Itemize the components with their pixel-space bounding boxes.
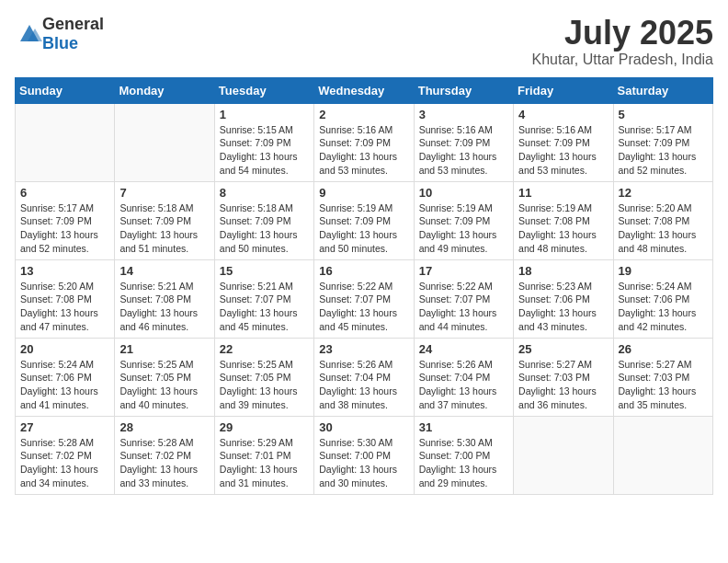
calendar-cell: 24Sunrise: 5:26 AMSunset: 7:04 PMDayligh… bbox=[414, 338, 513, 416]
calendar-cell: 28Sunrise: 5:28 AMSunset: 7:02 PMDayligh… bbox=[115, 416, 214, 494]
day-number: 22 bbox=[220, 342, 309, 356]
calendar-cell: 26Sunrise: 5:27 AMSunset: 7:03 PMDayligh… bbox=[613, 338, 712, 416]
calendar-cell: 22Sunrise: 5:25 AMSunset: 7:05 PMDayligh… bbox=[214, 338, 313, 416]
day-info: Sunrise: 5:26 AMSunset: 7:04 PMDaylight:… bbox=[419, 358, 508, 412]
day-info: Sunrise: 5:19 AMSunset: 7:09 PMDaylight:… bbox=[419, 201, 508, 256]
day-number: 20 bbox=[20, 342, 109, 356]
day-info: Sunrise: 5:27 AMSunset: 7:03 PMDaylight:… bbox=[518, 358, 608, 412]
calendar-cell: 17Sunrise: 5:22 AMSunset: 7:07 PMDayligh… bbox=[414, 259, 513, 338]
calendar-cell: 27Sunrise: 5:28 AMSunset: 7:02 PMDayligh… bbox=[16, 416, 115, 494]
calendar-cell: 21Sunrise: 5:25 AMSunset: 7:05 PMDayligh… bbox=[115, 338, 214, 416]
day-info: Sunrise: 5:22 AMSunset: 7:07 PMDaylight:… bbox=[319, 280, 408, 334]
weekday-header-wednesday: Wednesday bbox=[314, 77, 414, 103]
calendar-cell: 30Sunrise: 5:30 AMSunset: 7:00 PMDayligh… bbox=[314, 416, 414, 494]
day-number: 1 bbox=[220, 108, 309, 121]
day-info: Sunrise: 5:28 AMSunset: 7:02 PMDaylight:… bbox=[119, 436, 209, 490]
location-title: Khutar, Uttar Pradesh, India bbox=[532, 52, 713, 68]
day-number: 17 bbox=[419, 264, 508, 278]
day-number: 25 bbox=[518, 342, 608, 356]
calendar-cell: 2Sunrise: 5:16 AMSunset: 7:09 PMDaylight… bbox=[314, 103, 414, 181]
day-info: Sunrise: 5:23 AMSunset: 7:06 PMDaylight:… bbox=[518, 280, 608, 334]
calendar-cell: 9Sunrise: 5:19 AMSunset: 7:09 PMDaylight… bbox=[314, 181, 414, 259]
day-info: Sunrise: 5:24 AMSunset: 7:06 PMDaylight:… bbox=[619, 280, 708, 334]
calendar-cell: 6Sunrise: 5:17 AMSunset: 7:09 PMDaylight… bbox=[16, 181, 115, 259]
calendar-cell bbox=[514, 416, 613, 494]
day-info: Sunrise: 5:30 AMSunset: 7:00 PMDaylight:… bbox=[419, 436, 508, 490]
day-info: Sunrise: 5:20 AMSunset: 7:08 PMDaylight:… bbox=[619, 201, 708, 256]
calendar-cell: 14Sunrise: 5:21 AMSunset: 7:08 PMDayligh… bbox=[115, 259, 214, 338]
day-number: 14 bbox=[119, 264, 209, 278]
day-number: 2 bbox=[319, 108, 408, 121]
day-info: Sunrise: 5:19 AMSunset: 7:08 PMDaylight:… bbox=[518, 201, 608, 256]
calendar-cell bbox=[115, 103, 214, 181]
calendar-cell: 3Sunrise: 5:16 AMSunset: 7:09 PMDaylight… bbox=[414, 103, 513, 181]
calendar-cell: 8Sunrise: 5:18 AMSunset: 7:09 PMDaylight… bbox=[214, 181, 313, 259]
calendar-cell: 29Sunrise: 5:29 AMSunset: 7:01 PMDayligh… bbox=[214, 416, 313, 494]
calendar-cell: 19Sunrise: 5:24 AMSunset: 7:06 PMDayligh… bbox=[613, 259, 712, 338]
calendar-cell: 25Sunrise: 5:27 AMSunset: 7:03 PMDayligh… bbox=[514, 338, 613, 416]
day-number: 27 bbox=[20, 420, 109, 434]
day-info: Sunrise: 5:19 AMSunset: 7:09 PMDaylight:… bbox=[319, 201, 408, 256]
day-number: 21 bbox=[119, 342, 209, 356]
logo-blue-text: Blue bbox=[42, 34, 78, 52]
calendar-cell: 31Sunrise: 5:30 AMSunset: 7:00 PMDayligh… bbox=[414, 416, 513, 494]
week-row-2: 6Sunrise: 5:17 AMSunset: 7:09 PMDaylight… bbox=[16, 181, 713, 259]
day-number: 4 bbox=[518, 108, 608, 121]
day-info: Sunrise: 5:29 AMSunset: 7:01 PMDaylight:… bbox=[220, 436, 309, 490]
logo: General Blue bbox=[15, 15, 104, 53]
day-number: 23 bbox=[319, 342, 408, 356]
calendar-table: SundayMondayTuesdayWednesdayThursdayFrid… bbox=[15, 77, 713, 495]
calendar-cell: 16Sunrise: 5:22 AMSunset: 7:07 PMDayligh… bbox=[314, 259, 414, 338]
day-number: 7 bbox=[119, 186, 209, 200]
week-row-1: 1Sunrise: 5:15 AMSunset: 7:09 PMDaylight… bbox=[16, 103, 713, 181]
day-number: 30 bbox=[319, 420, 408, 434]
calendar-cell bbox=[16, 103, 115, 181]
day-info: Sunrise: 5:27 AMSunset: 7:03 PMDaylight:… bbox=[619, 358, 708, 412]
day-info: Sunrise: 5:16 AMSunset: 7:09 PMDaylight:… bbox=[319, 123, 408, 178]
day-number: 16 bbox=[319, 264, 408, 278]
day-number: 10 bbox=[419, 186, 508, 200]
day-info: Sunrise: 5:18 AMSunset: 7:09 PMDaylight:… bbox=[220, 201, 309, 256]
day-number: 28 bbox=[119, 420, 209, 434]
day-number: 12 bbox=[619, 186, 708, 200]
day-number: 9 bbox=[319, 186, 408, 200]
day-number: 29 bbox=[220, 420, 309, 434]
calendar-cell: 7Sunrise: 5:18 AMSunset: 7:09 PMDaylight… bbox=[115, 181, 214, 259]
weekday-header-tuesday: Tuesday bbox=[214, 77, 313, 103]
day-info: Sunrise: 5:16 AMSunset: 7:09 PMDaylight:… bbox=[518, 123, 608, 178]
weekday-header-row: SundayMondayTuesdayWednesdayThursdayFrid… bbox=[16, 77, 713, 103]
calendar-cell: 5Sunrise: 5:17 AMSunset: 7:09 PMDaylight… bbox=[613, 103, 712, 181]
calendar-cell: 11Sunrise: 5:19 AMSunset: 7:08 PMDayligh… bbox=[514, 181, 613, 259]
day-info: Sunrise: 5:30 AMSunset: 7:00 PMDaylight:… bbox=[319, 436, 408, 490]
day-number: 6 bbox=[20, 186, 109, 200]
page-header: General Blue July 2025 Khutar, Uttar Pra… bbox=[15, 15, 713, 68]
week-row-4: 20Sunrise: 5:24 AMSunset: 7:06 PMDayligh… bbox=[16, 338, 713, 416]
day-info: Sunrise: 5:18 AMSunset: 7:09 PMDaylight:… bbox=[119, 201, 209, 256]
day-number: 13 bbox=[20, 264, 109, 278]
calendar-cell: 20Sunrise: 5:24 AMSunset: 7:06 PMDayligh… bbox=[16, 338, 115, 416]
day-number: 26 bbox=[619, 342, 708, 356]
day-number: 15 bbox=[220, 264, 309, 278]
weekday-header-monday: Monday bbox=[115, 77, 214, 103]
day-info: Sunrise: 5:17 AMSunset: 7:09 PMDaylight:… bbox=[20, 201, 109, 256]
day-info: Sunrise: 5:21 AMSunset: 7:07 PMDaylight:… bbox=[220, 280, 309, 334]
day-info: Sunrise: 5:21 AMSunset: 7:08 PMDaylight:… bbox=[119, 280, 209, 334]
day-info: Sunrise: 5:25 AMSunset: 7:05 PMDaylight:… bbox=[119, 358, 209, 412]
day-number: 3 bbox=[419, 108, 508, 121]
day-number: 11 bbox=[518, 186, 608, 200]
calendar-cell: 10Sunrise: 5:19 AMSunset: 7:09 PMDayligh… bbox=[414, 181, 513, 259]
weekday-header-sunday: Sunday bbox=[16, 77, 115, 103]
calendar-cell: 23Sunrise: 5:26 AMSunset: 7:04 PMDayligh… bbox=[314, 338, 414, 416]
calendar-cell: 1Sunrise: 5:15 AMSunset: 7:09 PMDaylight… bbox=[214, 103, 313, 181]
day-info: Sunrise: 5:28 AMSunset: 7:02 PMDaylight:… bbox=[20, 436, 109, 490]
weekday-header-thursday: Thursday bbox=[414, 77, 513, 103]
day-info: Sunrise: 5:24 AMSunset: 7:06 PMDaylight:… bbox=[20, 358, 109, 412]
day-number: 19 bbox=[619, 264, 708, 278]
day-info: Sunrise: 5:22 AMSunset: 7:07 PMDaylight:… bbox=[419, 280, 508, 334]
day-number: 31 bbox=[419, 420, 508, 434]
calendar-cell: 4Sunrise: 5:16 AMSunset: 7:09 PMDaylight… bbox=[514, 103, 613, 181]
day-info: Sunrise: 5:17 AMSunset: 7:09 PMDaylight:… bbox=[619, 123, 708, 178]
day-info: Sunrise: 5:16 AMSunset: 7:09 PMDaylight:… bbox=[419, 123, 508, 178]
week-row-3: 13Sunrise: 5:20 AMSunset: 7:08 PMDayligh… bbox=[16, 259, 713, 338]
title-area: July 2025 Khutar, Uttar Pradesh, India bbox=[532, 15, 713, 68]
